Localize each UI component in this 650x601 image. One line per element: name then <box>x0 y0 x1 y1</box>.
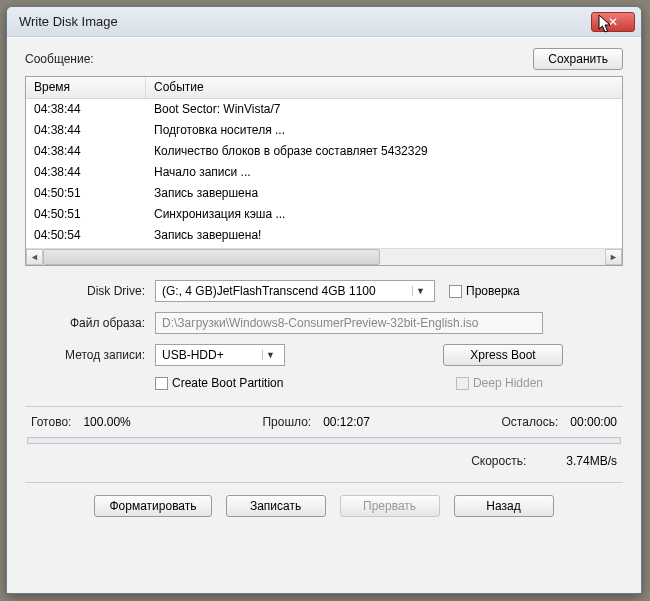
done-value: 100.00% <box>83 415 130 429</box>
log-time: 04:38:44 <box>26 120 146 141</box>
log-row[interactable]: 04:50:51Запись завершена <box>26 183 622 204</box>
checkbox-box <box>449 285 462 298</box>
disk-drive-label: Disk Drive: <box>25 284 155 298</box>
divider <box>25 406 623 407</box>
log-body[interactable]: 04:38:44Boot Sector: WinVista/704:38:44П… <box>26 99 622 248</box>
log-time: 04:38:44 <box>26 162 146 183</box>
log-time: 04:38:44 <box>26 99 146 120</box>
elapsed-value: 00:12:07 <box>323 415 370 429</box>
scroll-right-arrow[interactable]: ► <box>605 249 622 265</box>
divider <box>25 482 623 483</box>
window-title: Write Disk Image <box>19 14 591 29</box>
format-button[interactable]: Форматировать <box>94 495 211 517</box>
write-method-label: Метод записи: <box>25 348 155 362</box>
log-header[interactable]: Время Событие <box>26 77 622 99</box>
create-boot-partition-label: Create Boot Partition <box>172 376 283 390</box>
log-event: Синхронизация кэша ... <box>146 204 622 225</box>
message-label: Сообщение: <box>25 52 533 66</box>
write-method-value: USB-HDD+ <box>162 348 262 362</box>
log-row[interactable]: 04:38:44Подготовка носителя ... <box>26 120 622 141</box>
done-label: Готово: <box>31 415 71 429</box>
verify-label: Проверка <box>466 284 520 298</box>
status-row-2: Скорость: 3.74MB/s <box>25 452 623 476</box>
chevron-down-icon: ▼ <box>412 286 428 296</box>
scroll-left-arrow[interactable]: ◄ <box>26 249 43 265</box>
log-time: 04:50:51 <box>26 204 146 225</box>
elapsed-label: Прошло: <box>262 415 311 429</box>
log-event: Подготовка носителя ... <box>146 120 622 141</box>
log-row[interactable]: 04:38:44Boot Sector: WinVista/7 <box>26 99 622 120</box>
checkbox-box <box>456 377 469 390</box>
log-row[interactable]: 04:38:44Начало записи ... <box>26 162 622 183</box>
remain-value: 00:00:00 <box>570 415 617 429</box>
log-event: Начало записи ... <box>146 162 622 183</box>
deep-hidden-checkbox: Deep Hidden <box>456 376 543 390</box>
close-button[interactable]: ✕ <box>591 12 635 32</box>
horizontal-scrollbar[interactable]: ◄ ► <box>26 248 622 265</box>
progress-bar <box>27 437 621 444</box>
write-method-combo[interactable]: USB-HDD+ ▼ <box>155 344 285 366</box>
save-button[interactable]: Сохранить <box>533 48 623 70</box>
back-button[interactable]: Назад <box>454 495 554 517</box>
abort-button: Прервать <box>340 495 440 517</box>
log-event: Количество блоков в образе составляет 54… <box>146 141 622 162</box>
write-button[interactable]: Записать <box>226 495 326 517</box>
checkbox-box <box>155 377 168 390</box>
log-time: 04:50:51 <box>26 183 146 204</box>
log-list[interactable]: Время Событие 04:38:44Boot Sector: WinVi… <box>25 76 623 266</box>
log-time: 04:38:44 <box>26 141 146 162</box>
verify-checkbox[interactable]: Проверка <box>449 284 520 298</box>
xpress-boot-button[interactable]: Xpress Boot <box>443 344 563 366</box>
image-file-label: Файл образа: <box>25 316 155 330</box>
button-bar: Форматировать Записать Прервать Назад <box>25 495 623 517</box>
log-event: Boot Sector: WinVista/7 <box>146 99 622 120</box>
log-time: 04:50:54 <box>26 225 146 246</box>
log-event: Запись завершена! <box>146 225 622 246</box>
main-window: Write Disk Image ✕ Сообщение: Сохранить … <box>6 6 642 594</box>
log-row[interactable]: 04:38:44Количество блоков в образе соста… <box>26 141 622 162</box>
scroll-thumb[interactable] <box>43 249 380 265</box>
status-row-1: Готово: 100.00% Прошло: 00:12:07 Осталос… <box>25 413 623 437</box>
scroll-track[interactable] <box>43 249 605 265</box>
remain-label: Осталось: <box>502 415 559 429</box>
deep-hidden-label: Deep Hidden <box>473 376 543 390</box>
log-row[interactable]: 04:50:54Запись завершена! <box>26 225 622 246</box>
chevron-down-icon: ▼ <box>262 350 278 360</box>
client-area: Сообщение: Сохранить Время Событие 04:38… <box>7 37 641 593</box>
log-header-time[interactable]: Время <box>26 77 146 98</box>
log-header-event[interactable]: Событие <box>146 77 622 98</box>
image-file-field[interactable] <box>155 312 543 334</box>
log-event: Запись завершена <box>146 183 622 204</box>
disk-drive-combo[interactable]: (G:, 4 GB)JetFlashTranscend 4GB 1100 ▼ <box>155 280 435 302</box>
titlebar[interactable]: Write Disk Image ✕ <box>7 7 641 37</box>
speed-value: 3.74MB/s <box>566 454 617 468</box>
log-row[interactable]: 04:50:51Синхронизация кэша ... <box>26 204 622 225</box>
create-boot-partition-checkbox[interactable]: Create Boot Partition <box>155 376 283 390</box>
speed-label: Скорость: <box>471 454 526 468</box>
disk-drive-value: (G:, 4 GB)JetFlashTranscend 4GB 1100 <box>162 284 412 298</box>
